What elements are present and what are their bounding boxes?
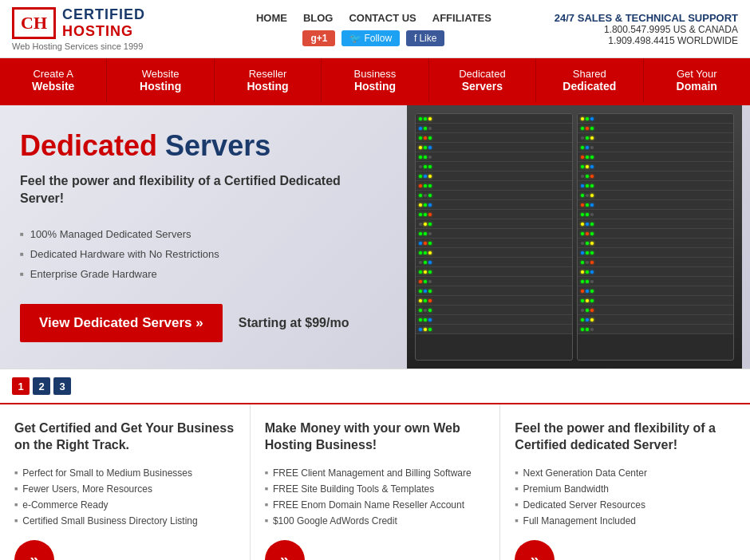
- nav-affiliates[interactable]: AFFILIATES: [432, 12, 491, 24]
- col-3-item-1: Next Generation Data Center: [515, 465, 736, 481]
- support-phone-world: 1.909.498.4415 WORLDWIDE: [555, 35, 738, 46]
- support-title: 24/7 SALES & TECHNICAL SUPPORT: [555, 12, 738, 24]
- nav-shared-dedicated[interactable]: Shared Dedicated: [536, 58, 643, 102]
- col-3-title: Feel the power and flexibility of a Cert…: [515, 420, 736, 454]
- nav-get-domain[interactable]: Get Your Domain: [644, 58, 750, 102]
- col-1-cta-button[interactable]: »: [14, 540, 54, 560]
- hero-title-red: Dedicated: [20, 129, 157, 162]
- nav-reseller-hosting-line1: Reseller: [249, 68, 287, 80]
- bottom-col-3: Feel the power and flexibility of a Cert…: [500, 404, 750, 560]
- support-area: 24/7 SALES & TECHNICAL SUPPORT 1.800.547…: [555, 12, 738, 46]
- slider-dot-3[interactable]: 3: [53, 377, 71, 395]
- nav-reseller-hosting-line2: Hosting: [247, 80, 289, 93]
- server-racks: [407, 105, 742, 369]
- top-nav-links: HOME BLOG CONTACT US AFFILIATES: [256, 12, 491, 24]
- col-2-cta-button[interactable]: »: [265, 540, 305, 560]
- logo-text: CERTIFIED HOSTING: [62, 6, 145, 40]
- nav-create-website[interactable]: Create A Website: [0, 58, 107, 102]
- logo-hosting: HOSTING: [62, 23, 145, 40]
- bottom-col-1: Get Certified and Get Your Business on t…: [0, 404, 251, 560]
- nav-dedicated-servers[interactable]: Dedicated Servers: [429, 58, 536, 102]
- col-1-title: Get Certified and Get Your Business on t…: [14, 420, 235, 454]
- nav-contact[interactable]: CONTACT US: [349, 12, 416, 24]
- slider-dots: 1 2 3: [0, 369, 750, 403]
- main-navbar: Create A Website Website Hosting Reselle…: [0, 58, 750, 102]
- nav-create-website-line1: Create A: [33, 68, 73, 80]
- nav-get-domain-line1: Get Your: [677, 68, 717, 80]
- hero-feature-1: 100% Managed Dedicated Servers: [20, 224, 387, 244]
- nav-shared-dedicated-line1: Shared: [573, 68, 606, 80]
- gplus-button[interactable]: g+1: [302, 30, 335, 46]
- hero-section: Dedicated Servers Feel the power and fle…: [0, 105, 750, 369]
- facebook-icon: f: [414, 33, 416, 44]
- col-3-item-2: Premium Bandwidth: [515, 481, 736, 497]
- twitter-follow-button[interactable]: 🐦 Follow: [341, 30, 400, 46]
- hero-features-list: 100% Managed Dedicated Servers Dedicated…: [20, 224, 387, 284]
- col-2-title: Make Money with your own Web Hosting Bus…: [265, 420, 486, 454]
- slider-dot-2[interactable]: 2: [33, 377, 50, 395]
- nav-business-hosting[interactable]: Business Hosting: [322, 58, 428, 102]
- server-rack-2: [577, 113, 735, 361]
- col-1-item-4: Certified Small Business Directory Listi…: [14, 513, 235, 529]
- col-1-item-2: Fewer Users, More Resources: [14, 481, 235, 497]
- hero-server-image: [407, 105, 742, 369]
- nav-dedicated-servers-line1: Dedicated: [459, 68, 506, 80]
- nav-website-hosting[interactable]: Website Hosting: [107, 58, 214, 102]
- slider-dot-1[interactable]: 1: [12, 377, 30, 395]
- hero-feature-2: Dedicated Hardware with No Restrictions: [20, 244, 387, 264]
- nav-shared-dedicated-line2: Dedicated: [562, 80, 616, 93]
- social-buttons: g+1 🐦 Follow f Like: [302, 30, 444, 46]
- nav-home[interactable]: HOME: [256, 12, 287, 24]
- col-2-item-1: FREE Client Management and Billing Softw…: [265, 465, 486, 481]
- col-3-item-3: Dedicated Server Resources: [515, 497, 736, 513]
- logo-tagline: Web Hosting Services since 1999: [12, 41, 143, 51]
- col-3-item-4: Full Management Included: [515, 513, 736, 529]
- col-3-list: Next Generation Data Center Premium Band…: [515, 465, 736, 529]
- nav-get-domain-line2: Domain: [677, 80, 717, 93]
- hero-content: Dedicated Servers Feel the power and fle…: [0, 105, 407, 369]
- view-dedicated-servers-button[interactable]: View Dedicated Servers »: [20, 304, 223, 342]
- nav-center: HOME BLOG CONTACT US AFFILIATES g+1 🐦 Fo…: [145, 12, 555, 46]
- bottom-col-2: Make Money with your own Web Hosting Bus…: [251, 404, 501, 560]
- logo-certified: CERTIFIED: [62, 6, 145, 23]
- hero-title: Dedicated Servers: [20, 129, 387, 163]
- hero-feature-3: Enterprise Grade Hardware: [20, 264, 387, 284]
- col-1-item-3: e-Commerce Ready: [14, 497, 235, 513]
- support-phone-us: 1.800.547.9995 US & CANADA: [555, 24, 738, 35]
- col-2-item-3: FREE Enom Domain Name Reseller Account: [265, 497, 486, 513]
- col-2-item-4: $100 Google AdWords Credit: [265, 513, 486, 529]
- nav-dedicated-servers-line2: Servers: [462, 80, 503, 93]
- nav-create-website-line2: Website: [32, 80, 74, 93]
- server-rack-1: [415, 113, 573, 361]
- nav-blog[interactable]: BLOG: [303, 12, 334, 24]
- nav-business-hosting-line2: Hosting: [354, 80, 396, 93]
- bottom-row: Get Certified and Get Your Business on t…: [0, 403, 750, 560]
- twitter-label: Follow: [364, 33, 392, 44]
- col-1-list: Perfect for Small to Medium Businesses F…: [14, 465, 235, 529]
- logo-area: CH CERTIFIED HOSTING Web Hosting Service…: [12, 6, 145, 51]
- nav-business-hosting-line1: Business: [354, 68, 397, 80]
- col-2-item-2: FREE Site Building Tools & Templates: [265, 481, 486, 497]
- hero-subtitle: Feel the power and flexibility of a Cert…: [20, 172, 387, 208]
- col-3-cta-button[interactable]: »: [515, 540, 555, 560]
- nav-website-hosting-line2: Hosting: [140, 80, 181, 93]
- hero-cta: View Dedicated Servers » Starting at $99…: [20, 304, 387, 342]
- header: CH CERTIFIED HOSTING Web Hosting Service…: [0, 0, 750, 58]
- facebook-like-button[interactable]: f Like: [406, 30, 444, 46]
- hero-title-dark: Servers: [157, 129, 270, 162]
- nav-website-hosting-line1: Website: [142, 68, 180, 80]
- col-2-list: FREE Client Management and Billing Softw…: [265, 465, 486, 529]
- nav-reseller-hosting[interactable]: Reseller Hosting: [215, 58, 322, 102]
- starting-price: Starting at $99/mo: [239, 316, 349, 330]
- twitter-icon: 🐦: [349, 33, 361, 44]
- col-1-item-1: Perfect for Small to Medium Businesses: [14, 465, 235, 481]
- logo-ch-box: CH: [12, 7, 56, 39]
- facebook-label: Like: [419, 33, 436, 44]
